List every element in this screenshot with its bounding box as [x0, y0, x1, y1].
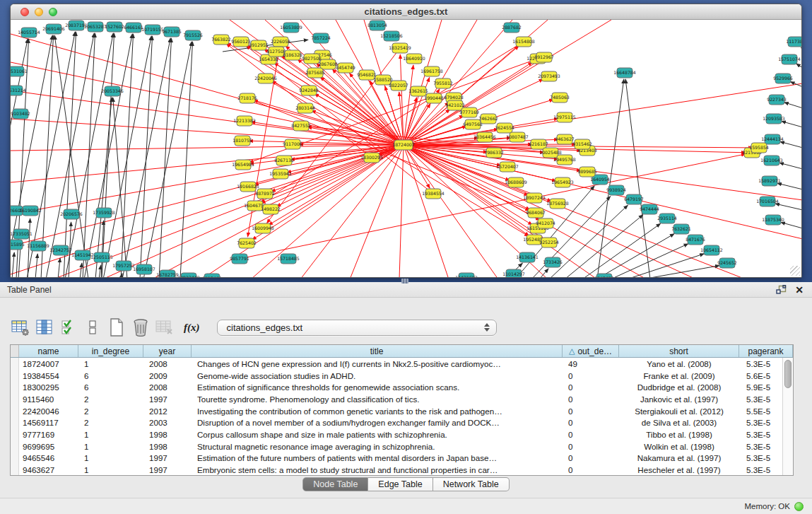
graph-node[interactable]: 11014297 — [502, 269, 525, 277]
table-row[interactable]: 911546021997Tourette syndrome. Phenomeno… — [11, 393, 793, 405]
graph-node[interactable]: 9412074 — [536, 218, 555, 228]
graph-node[interactable]: 7663822 — [211, 35, 231, 45]
graph-node[interactable]: 8813054 — [367, 21, 387, 30]
table-settings-button[interactable] — [10, 317, 31, 338]
function-builder-button[interactable]: f(x) — [184, 322, 200, 334]
graph-node[interactable]: 16958107 — [133, 264, 155, 274]
graph-node[interactable]: 19166825 — [237, 182, 259, 192]
graph-node[interactable]: 1527602 — [105, 22, 124, 32]
graph-node[interactable]: 10807487 — [506, 132, 529, 142]
graph-node[interactable]: 17957252 — [112, 261, 135, 271]
graph-node[interactable]: 9671385 — [162, 27, 182, 37]
graph-node[interactable]: 15892971 — [758, 176, 781, 186]
graph-node[interactable]: 1810755 — [233, 136, 252, 146]
graph-node[interactable]: 6479197 — [624, 194, 644, 204]
network-window[interactable]: citations_edges.txt 18724007140557142069… — [10, 4, 802, 278]
select-columns-button[interactable] — [34, 317, 55, 338]
graph-node[interactable]: 1595854 — [749, 143, 769, 153]
graph-node[interactable]: 3624554 — [495, 123, 514, 133]
graph-node[interactable]: 16190842 — [19, 206, 42, 216]
delete-button[interactable] — [130, 317, 151, 338]
graph-node[interactable]: 20973493 — [538, 71, 560, 81]
unselect-all-button[interactable] — [82, 317, 103, 338]
float-panel-icon[interactable] — [776, 285, 787, 295]
window-resize-grip[interactable] — [790, 266, 800, 276]
graph-node[interactable]: 15718485 — [277, 254, 300, 264]
graph-node[interactable]: 7857224 — [311, 33, 331, 43]
column-header-name[interactable]: name — [19, 345, 78, 357]
table-scrollbar-thumb[interactable] — [784, 360, 792, 388]
table-scrollbar[interactable] — [782, 358, 793, 475]
graph-node[interactable]: 8912955 — [249, 40, 269, 50]
table-row[interactable]: 946362711997Embryonic stem cells: a mode… — [11, 464, 793, 475]
graph-node[interactable]: 2887682 — [502, 23, 522, 33]
graph-node[interactable]: 2875685 — [305, 68, 325, 78]
graph-node[interactable]: 2226058 — [271, 37, 290, 47]
graph-node[interactable]: 16648784 — [613, 68, 636, 78]
graph-node[interactable]: 7955812 — [433, 78, 453, 88]
graph-node[interactable]: 9103482 — [11, 109, 30, 119]
graph-node[interactable]: 8471676 — [686, 235, 705, 245]
graph-node[interactable]: 19495768 — [553, 155, 576, 165]
graph-node[interactable]: 12093583 — [763, 114, 785, 124]
graph-node[interactable]: 19654985 — [232, 160, 254, 170]
graph-node[interactable]: 12342757 — [49, 245, 72, 255]
graph-node[interactable]: 19654923 — [551, 177, 574, 187]
graph-node[interactable]: 9252254 — [539, 238, 559, 247]
graph-node[interactable]: 11875340 — [762, 215, 784, 225]
graph-node[interactable]: 10688609 — [505, 177, 527, 187]
table-selector-dropdown[interactable]: citations_edges.txt — [217, 320, 497, 336]
graph-node[interactable]: 9938924 — [606, 185, 626, 195]
graph-node[interactable]: 12213383 — [233, 116, 256, 126]
graph-node[interactable]: 7986332 — [484, 148, 504, 158]
column-header-year[interactable]: year — [143, 345, 192, 357]
graph-node[interactable]: 14055714 — [18, 28, 40, 37]
graph-node[interactable]: 8912967 — [534, 52, 554, 62]
graph-node[interactable]: 12923448 — [177, 273, 200, 277]
graph-node[interactable]: 9529966 — [773, 74, 793, 83]
graph-node[interactable]: 11156889 — [27, 241, 49, 251]
graph-node-hub[interactable]: 18724007 — [392, 140, 415, 150]
column-header-pagerank[interactable]: pagerank — [739, 345, 793, 357]
graph-node[interactable]: 6497568 — [463, 119, 483, 129]
table-row[interactable]: 946554611997Estimation of the future num… — [11, 452, 793, 465]
graph-node[interactable]: 20531061 — [11, 66, 28, 76]
graph-node[interactable]: 8186328 — [283, 50, 302, 60]
graph-node[interactable]: 11431682 — [455, 273, 478, 277]
tab-node-table[interactable]: Node Table — [302, 477, 368, 491]
graph-node[interactable]: 9684067 — [526, 208, 546, 218]
table-row[interactable]: 969969511998Structural magnetic resonanc… — [11, 440, 793, 452]
graph-node[interactable]: 16053809 — [280, 23, 302, 33]
split-pane-grip[interactable] — [401, 279, 408, 284]
select-all-button[interactable] — [58, 317, 79, 338]
graph-node[interactable]: 18300295 — [360, 153, 383, 163]
graph-node[interactable]: 7915526 — [183, 30, 203, 40]
graph-node[interactable]: 9115460 — [202, 274, 222, 277]
graph-node[interactable]: 14136141 — [516, 252, 539, 262]
graph-node[interactable]: 16210643 — [760, 156, 783, 165]
graph-node[interactable]: 16961758 — [420, 66, 443, 76]
graph-node[interactable]: 16154808 — [512, 37, 535, 47]
graph-node[interactable]: 17359928 — [93, 208, 115, 218]
graph-node[interactable]: 18325419 — [389, 43, 411, 53]
tab-network-table[interactable]: Network Table — [433, 477, 510, 491]
new-table-button[interactable] — [106, 317, 127, 338]
graph-node[interactable]: 20691406 — [42, 24, 65, 34]
graph-node[interactable]: 9227343 — [767, 95, 787, 105]
graph-node[interactable]: 1362615 — [408, 86, 428, 96]
close-panel-icon[interactable]: ✕ — [795, 285, 804, 295]
graph-node[interactable]: 16009948 — [252, 223, 274, 233]
graph-node[interactable]: 3915895 — [11, 240, 25, 250]
graph-node[interactable]: 16782759 — [156, 270, 179, 277]
column-header-short[interactable]: short — [619, 345, 739, 357]
graph-node[interactable]: 8427552 — [291, 121, 311, 131]
graph-node[interactable]: 9315462 — [572, 139, 592, 149]
column-header-in_degree[interactable]: in_degree — [78, 345, 143, 357]
graph-node[interactable]: 18640910 — [403, 54, 425, 64]
graph-node[interactable]: 20364456 — [473, 132, 496, 142]
graph-node[interactable]: 9245632 — [594, 274, 614, 277]
table-row[interactable]: 1872400712008Changes of HCN gene express… — [11, 358, 793, 370]
tab-edge-table[interactable]: Edge Table — [368, 477, 433, 491]
citation-network-graph[interactable]: 1872400714055714206914062083719110653287… — [11, 20, 801, 277]
graph-node[interactable]: 6466161 — [124, 23, 143, 33]
